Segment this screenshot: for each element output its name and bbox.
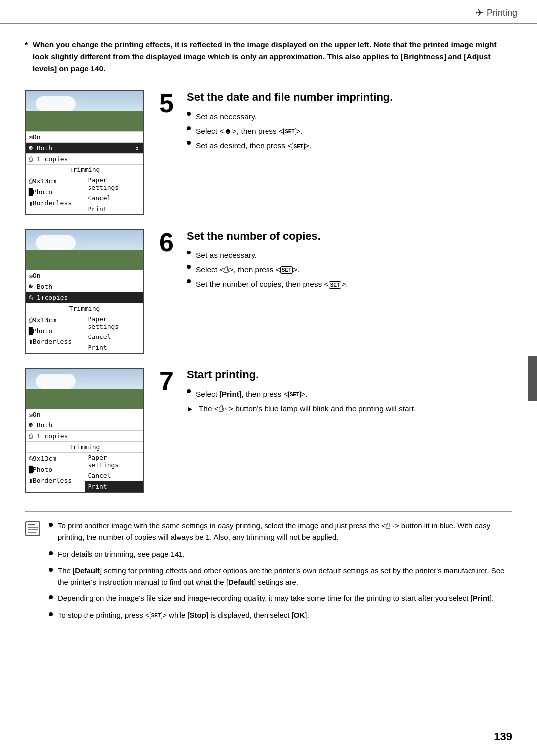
cell-photo-6: █Photo (26, 325, 85, 336)
photo-clouds-7 (36, 374, 76, 389)
screen-row-copies-7: ⎙ 1 copies (26, 430, 143, 441)
step-5-content-area: 5 Set the date and file number imprintin… (159, 90, 512, 154)
step-7-row: ✉On ☻ Both ⎙ 1 copies Trimming ⎙9x13cm (25, 368, 512, 493)
step-5-number: 5 (159, 90, 179, 116)
screen-bottom-6: ⎙9x13cm █Photo ▮Borderless Paper setting… (26, 314, 143, 353)
screen-row-on: ✉On (26, 131, 143, 142)
step-5-bullets: Set as necessary. Select <☻>, then press… (187, 111, 512, 152)
screen-rows-7: ✉On ☻ Both ⎙ 1 copies Trimming (26, 409, 143, 452)
cell-borderless-7: ▮Borderless (26, 475, 85, 486)
step-5-bullet-3-text: Set as desired, then press <SET>. (196, 140, 311, 151)
step-7-bullet-2-text: The <⎙∼> button's blue lamp will blink a… (199, 403, 416, 414)
cell-cancel-6: Cancel (85, 331, 144, 342)
step-5-row: ✉On ☻ Both ↕ ⎙ 1 copies Trimming ⎙ (25, 90, 512, 215)
asterisk: * (25, 39, 28, 51)
photo-clouds-6 (36, 235, 76, 250)
row-label-trimming-5: Trimming (26, 165, 143, 175)
step-6-content-area: 6 Set the number of copies. Set as neces… (159, 229, 512, 293)
header-section-label: ✈ Printing (475, 7, 517, 19)
row-label-both-6: ☻ Both (26, 281, 143, 292)
photo-area-6 (26, 230, 143, 270)
bullet-dot (187, 112, 191, 116)
photo-ground-6 (26, 250, 143, 270)
note-1-text: To print another image with the same set… (58, 520, 512, 543)
photo-ground (26, 111, 143, 131)
row-label-copies-6: ⎙ 1↕copies (26, 292, 143, 303)
intro-text: When you change the printing effects, it… (33, 40, 497, 73)
notes-icon (25, 521, 41, 626)
cell-print-7: Print (85, 481, 144, 492)
row-label-copies-7: ⎙ 1 copies (26, 431, 143, 441)
screen-rows-6: ✉On ☻ Both ⎙ 1↕copies Trimming (26, 270, 143, 314)
step-5-title: Set the date and file number imprinting. (187, 90, 512, 105)
intro-note: * When you change the printing effects, … (25, 39, 512, 75)
screen-bottom-left-7: ⎙9x13cm █Photo ▮Borderless (26, 452, 85, 492)
screen-row-both-6: ☻ Both (26, 281, 143, 292)
screen-row-trimming-7: Trimming (26, 441, 143, 452)
screen-bottom-left-6: ⎙9x13cm █Photo ▮Borderless (26, 314, 85, 353)
screen-row-copies-6: ⎙ 1↕copies (26, 292, 143, 303)
note-item-4: Depending on the image's file size and i… (49, 592, 512, 604)
note-2-text: For details on trimming, see page 141. (58, 548, 185, 560)
bullet-dot (49, 568, 53, 572)
screen-bottom-left-5: ⎙9x13cm █Photo ▮Borderless (26, 175, 85, 214)
screen-row-trimming-5: Trimming (26, 164, 143, 175)
bullet-dot (187, 141, 191, 145)
cell-cancel-7: Cancel (85, 470, 144, 481)
cell-photo-7: █Photo (26, 464, 85, 475)
step-7-title: Start printing. (187, 368, 512, 382)
photo-clouds (36, 96, 76, 111)
cell-photo-5: █Photo (26, 186, 85, 197)
step-7-bullets: Select [Print], then press <SET>. ► The … (187, 388, 512, 415)
step-5-bullet-1-text: Set as necessary. (196, 111, 257, 122)
svg-rect-0 (26, 522, 40, 536)
page-number: 139 (494, 730, 512, 743)
page-header: ✈ Printing (0, 0, 537, 24)
notes-section: To print another image with the same set… (25, 511, 512, 626)
bullet-dot (187, 126, 191, 130)
step-6-bullet-2: Select <⎙>, then press <SET>. (187, 264, 512, 275)
row-label-on: ✉On (26, 132, 143, 142)
note-item-2: For details on trimming, see page 141. (49, 548, 512, 560)
note-3-text: The [Default] setting for printing effec… (58, 565, 512, 588)
step-6-number: 6 (159, 229, 179, 255)
step-7-bullet-2: ► The <⎙∼> button's blue lamp will blink… (187, 403, 512, 414)
cell-cancel-5: Cancel (85, 192, 144, 203)
bullet-dot (49, 523, 53, 527)
steps-area: ✉On ☻ Both ↕ ⎙ 1 copies Trimming ⎙ (25, 90, 512, 506)
step-7-bullet-1: Select [Print], then press <SET>. (187, 388, 512, 400)
bullet-dot (187, 389, 191, 393)
note-item-1: To print another image with the same set… (49, 520, 512, 543)
screen-row-both-7: ☻ Both (26, 420, 143, 430)
note-item-5: To stop the printing, press <SET> while … (49, 609, 512, 621)
screen-row-copies-5: ⎙ 1 copies (26, 153, 143, 164)
photo-area-7 (26, 369, 143, 409)
cell-print-5: Print (85, 203, 144, 214)
step-7-bullet-1-text: Select [Print], then press <SET>. (196, 388, 307, 400)
step-5-content: Set the date and file number imprinting.… (187, 90, 512, 154)
note-item-3: The [Default] setting for printing effec… (49, 565, 512, 588)
cell-9x13-5: ⎙9x13cm (26, 175, 85, 186)
step-6-bullets: Set as necessary. Select <⎙>, then press… (187, 250, 512, 290)
step-6-bullet-2-text: Select <⎙>, then press <SET>. (196, 264, 300, 275)
screen-row-trimming-6: Trimming (26, 303, 143, 314)
photo-area-5 (26, 91, 143, 131)
screen-bottom-7: ⎙9x13cm █Photo ▮Borderless Paper setting… (26, 452, 143, 492)
step-5-bullet-3: Set as desired, then press <SET>. (187, 140, 512, 151)
info-icon (25, 521, 41, 537)
row-label-copies-5: ⎙ 1 copies (26, 154, 143, 164)
cell-paper-7: Paper settings (85, 453, 144, 470)
screen-mockup-6: ✉On ☻ Both ⎙ 1↕copies Trimming ⎙9x13cm (25, 229, 144, 354)
step-6-content: Set the number of copies. Set as necessa… (187, 229, 512, 293)
step-6-bullet-1: Set as necessary. (187, 250, 512, 261)
row-label-on-7: ✉On (26, 409, 143, 420)
bullet-dot (187, 265, 191, 269)
header-label: Printing (487, 8, 517, 18)
screen-row-on-6: ✉On (26, 270, 143, 281)
step-5-bullet-1: Set as necessary. (187, 111, 512, 122)
screen-bottom-right-6: Paper settings Cancel Print (85, 314, 144, 353)
cell-9x13-6: ⎙9x13cm (26, 314, 85, 325)
step-7-content: Start printing. Select [Print], then pre… (187, 368, 512, 417)
cell-paper-6: Paper settings (85, 314, 144, 331)
row-label-on-6: ✉On (26, 270, 143, 281)
